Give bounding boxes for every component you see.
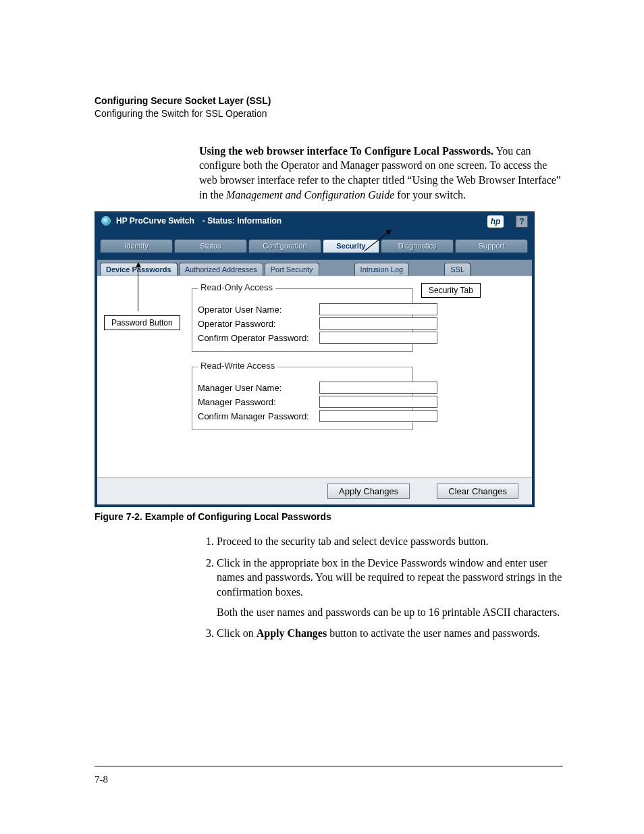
subtab-port-security[interactable]: Port Security: [265, 263, 319, 276]
header-subtitle: Configuring the Switch for SSL Operation: [95, 107, 563, 120]
ui-screenshot: HP ProCurve Switch - Status: Information…: [95, 211, 535, 507]
footer-rule: [95, 766, 563, 766]
input-operator-password[interactable]: [319, 317, 437, 330]
label-manager-user-name: Manager User Name:: [198, 383, 319, 393]
globe-icon: [101, 216, 111, 226]
title-status: - Status: Information: [203, 216, 281, 226]
label-operator-user-name: Operator User Name:: [198, 305, 319, 315]
step-1: Proceed to the security tab and select d…: [217, 534, 563, 549]
callout-password-button: Password Button: [104, 315, 180, 330]
input-confirm-manager-password[interactable]: [319, 410, 437, 422]
running-header: Configuring Secure Socket Layer (SSL) Co…: [95, 95, 563, 120]
tab-status[interactable]: Status: [174, 239, 247, 253]
title-left: HP ProCurve Switch: [116, 216, 194, 226]
step-2: Click in the appropriate box in the Devi…: [217, 556, 563, 619]
input-manager-password[interactable]: [319, 396, 437, 408]
figure-caption: Figure 7-2. Example of Configuring Local…: [95, 511, 563, 522]
ui-titlebar: HP ProCurve Switch - Status: Information…: [97, 214, 532, 227]
subtab-intrusion-log[interactable]: Intrusion Log: [354, 263, 410, 276]
intro-lead: Using the web browser interface To Confi…: [199, 145, 493, 157]
content-pane: Password Button Security Tab Read-Only A…: [97, 276, 532, 477]
label-operator-password: Operator Password:: [198, 319, 319, 329]
step-3: Click on Apply Changes button to activat…: [217, 626, 563, 641]
input-operator-user-name[interactable]: [319, 303, 437, 315]
legend-read-write: Read-Write Access: [198, 361, 277, 371]
tab-configuration[interactable]: Configuration: [248, 239, 321, 253]
intro-paragraph: Using the web browser interface To Confi…: [199, 144, 563, 202]
tab-diagnostics[interactable]: Diagnostics: [381, 239, 454, 253]
input-confirm-operator-password[interactable]: [319, 332, 437, 344]
page-number: 7-8: [95, 774, 108, 785]
subtab-ssl[interactable]: SSL: [444, 263, 471, 276]
group-read-only: Read-Only Access Operator User Name: Ope…: [192, 288, 413, 352]
tab-support[interactable]: Support: [455, 239, 528, 253]
legend-read-only: Read-Only Access: [198, 282, 275, 292]
group-read-write: Read-Write Access Manager User Name: Man…: [192, 367, 413, 430]
label-confirm-operator-password: Confirm Operator Password:: [198, 333, 319, 343]
label-manager-password: Manager Password:: [198, 397, 319, 407]
apply-changes-button[interactable]: Apply Changes: [327, 484, 410, 499]
callout-arrow-up-icon: [138, 263, 138, 311]
input-manager-user-name[interactable]: [319, 382, 437, 394]
callout-security-tab: Security Tab: [421, 283, 481, 298]
sub-tabs: Device Passwords Authorized Addresses Po…: [97, 263, 532, 276]
help-button[interactable]: ?: [516, 215, 528, 228]
main-tabs: Identity Status Configuration Security D…: [97, 239, 532, 253]
tab-identity[interactable]: Identity: [100, 239, 173, 253]
label-confirm-manager-password: Confirm Manager Password:: [198, 411, 319, 421]
steps-list: Proceed to the security tab and select d…: [199, 534, 563, 641]
subtab-authorized-addresses[interactable]: Authorized Addresses: [179, 263, 263, 276]
hp-logo-icon: hp: [487, 215, 504, 228]
figure-7-2: HP ProCurve Switch - Status: Information…: [95, 211, 563, 522]
header-title: Configuring Secure Socket Layer (SSL): [95, 95, 563, 107]
clear-changes-button[interactable]: Clear Changes: [437, 484, 518, 499]
button-bar: Apply Changes Clear Changes: [97, 477, 532, 504]
